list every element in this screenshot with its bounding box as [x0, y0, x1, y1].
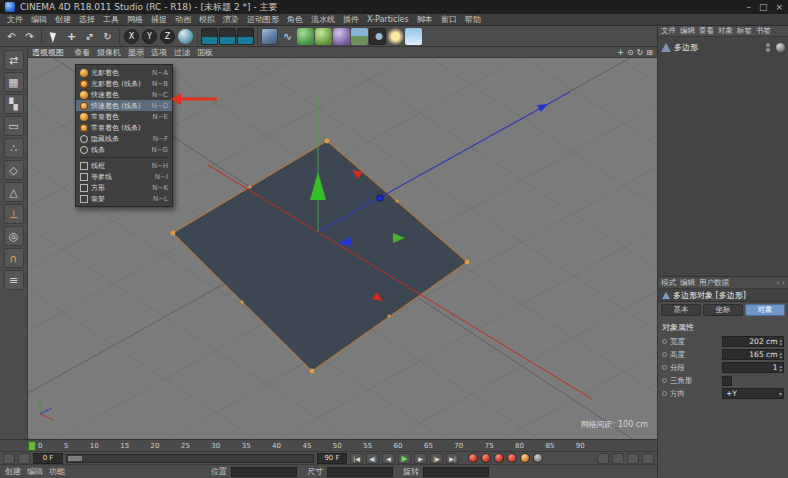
vp-menu-display[interactable]: 显示	[128, 47, 144, 58]
zoom-view-icon[interactable]: ⊙	[627, 48, 634, 57]
toggle-views-icon[interactable]: ⊞	[646, 48, 653, 57]
keyframe-selection-icon[interactable]	[597, 453, 609, 464]
points-mode-icon[interactable]: ∴	[4, 138, 24, 158]
current-frame-field[interactable]: 0 F	[33, 453, 63, 464]
material-menu-create[interactable]: 创建	[5, 466, 21, 477]
object-tree[interactable]: 多边形	[658, 37, 788, 277]
add-cube-icon[interactable]	[261, 28, 278, 45]
render-view-icon[interactable]	[201, 28, 218, 45]
vp-menu-filter[interactable]: 过滤	[174, 47, 190, 58]
play-button[interactable]: ▶	[398, 453, 411, 464]
width-field[interactable]: 202 cm ▴▾	[722, 336, 784, 347]
menu-pipeline[interactable]: 流水线	[308, 14, 338, 25]
enable-axis-icon[interactable]: ⊥	[4, 204, 24, 224]
om-menu-edit[interactable]: 编辑	[680, 26, 695, 36]
menu-script[interactable]: 脚本	[414, 14, 436, 25]
menu-item-box[interactable]: 方形 N~K	[76, 182, 172, 193]
menu-item-constant-shading-lines[interactable]: 常量着色 (线条)	[76, 122, 172, 133]
add-subdivision-surface-icon[interactable]	[297, 28, 314, 45]
redo-icon[interactable]: ↷	[21, 28, 38, 45]
render-settings-icon[interactable]	[237, 28, 254, 45]
spinner-icon[interactable]: ▴▾	[779, 364, 782, 372]
keyframe-dot-icon[interactable]	[662, 365, 667, 370]
rotate-view-icon[interactable]: ↻	[637, 48, 644, 57]
autokey-icon[interactable]	[481, 453, 491, 463]
add-generator-icon[interactable]	[315, 28, 332, 45]
workplane-lock-icon[interactable]: ≡	[4, 270, 24, 290]
maximize-button[interactable]: □	[759, 2, 768, 12]
record-rotation-icon[interactable]	[520, 453, 530, 463]
menu-character[interactable]: 角色	[284, 14, 306, 25]
om-menu-file[interactable]: 文件	[661, 26, 676, 36]
tab-basic[interactable]: 基本	[661, 304, 701, 316]
menu-help[interactable]: 帮助	[462, 14, 484, 25]
menu-item-lines[interactable]: 线条 N~G	[76, 144, 172, 155]
menu-item-quick-shading[interactable]: 快速着色 N~C	[76, 89, 172, 100]
minimize-button[interactable]: –	[746, 2, 751, 12]
position-field[interactable]	[231, 467, 297, 477]
record-position-icon[interactable]	[494, 453, 504, 463]
om-menu-view[interactable]: 查看	[699, 26, 714, 36]
playhead[interactable]	[28, 441, 36, 451]
enable-snap-icon[interactable]: ∩	[4, 248, 24, 268]
menu-file[interactable]: 文件	[4, 14, 26, 25]
menu-render[interactable]: 渲染	[220, 14, 242, 25]
pan-view-icon[interactable]: +	[617, 48, 624, 57]
polygons-mode-icon[interactable]: △	[4, 182, 24, 202]
solo-mode-icon[interactable]	[612, 453, 624, 464]
timeline-mode-icon[interactable]	[3, 453, 15, 464]
texture-mode-icon[interactable]: ▚	[4, 94, 24, 114]
timeline-ruler[interactable]: 05 1015 2025 3035 4045 5055 6065 7075 80…	[0, 439, 657, 451]
am-menu-userdata[interactable]: 用户数据	[699, 278, 729, 288]
triangles-checkbox[interactable]	[722, 376, 732, 386]
vp-menu-view[interactable]: 查看	[74, 47, 90, 58]
vp-menu-options[interactable]: 选项	[151, 47, 167, 58]
am-menu-edit[interactable]: 编辑	[680, 278, 695, 288]
record-scale-icon[interactable]	[507, 453, 517, 463]
move-icon[interactable]: +	[63, 28, 80, 45]
spinner-icon[interactable]: ▴▾	[779, 351, 782, 359]
keyframe-palette-icon[interactable]	[18, 453, 30, 464]
am-menu-mode[interactable]: 模式	[661, 278, 676, 288]
model-mode-icon[interactable]: ▦	[4, 72, 24, 92]
timeline-slider[interactable]	[66, 454, 314, 463]
menu-item-gouraud-shading[interactable]: 光影着色 N~A	[76, 67, 172, 78]
history-nav-icons[interactable]: ‹ ›	[777, 278, 785, 287]
menu-mograph[interactable]: 运动图形	[244, 14, 282, 25]
menu-item-hidden-line[interactable]: 隐藏线条 N~F	[76, 133, 172, 144]
om-menu-bookmarks[interactable]: 书签	[756, 26, 771, 36]
keyframe-dot-icon[interactable]	[662, 339, 667, 344]
add-deformer-icon[interactable]	[333, 28, 350, 45]
menu-simulate[interactable]: 模拟	[196, 14, 218, 25]
next-key-button[interactable]: |▶	[430, 453, 443, 464]
close-button[interactable]: ×	[775, 2, 783, 12]
menu-item-isoparms[interactable]: 等参线 N~I	[76, 171, 172, 182]
menu-snap[interactable]: 捕捉	[148, 14, 170, 25]
menu-edit[interactable]: 编辑	[28, 14, 50, 25]
spinner-icon[interactable]: ▴▾	[779, 338, 782, 346]
prev-frame-button[interactable]: ◀	[382, 453, 395, 464]
menu-item-gouraud-shading-lines[interactable]: 光影着色 (线条) N~B	[76, 78, 172, 89]
menu-tools[interactable]: 工具	[100, 14, 122, 25]
lock-y-icon[interactable]: Y	[142, 29, 157, 44]
orientation-dropdown[interactable]: +Y ▾	[722, 388, 784, 399]
scale-icon[interactable]: ↔	[81, 28, 98, 45]
menu-mesh[interactable]: 网格	[124, 14, 146, 25]
size-field[interactable]	[327, 467, 393, 477]
undo-icon[interactable]: ↶	[3, 28, 20, 45]
goto-end-button[interactable]: ▶|	[446, 453, 459, 464]
menu-item-quick-shading-lines[interactable]: 快速着色 (线条) N~D	[76, 100, 172, 111]
end-frame-field[interactable]: 90 F	[317, 453, 347, 464]
menu-plugins[interactable]: 插件	[340, 14, 362, 25]
vp-menu-panel[interactable]: 面板	[197, 47, 213, 58]
tab-coordinates[interactable]: 坐标	[703, 304, 743, 316]
add-floor-icon[interactable]	[351, 28, 368, 45]
viewport[interactable]: 透视视图 查看 摄像机 显示 选项 过滤 面板 + ⊙ ↻ ⊞	[28, 47, 657, 439]
material-menu-edit[interactable]: 编辑	[27, 466, 43, 477]
menu-window[interactable]: 窗口	[438, 14, 460, 25]
menu-item-constant-shading[interactable]: 常量着色 N~E	[76, 111, 172, 122]
rotate-icon[interactable]: ↻	[99, 28, 116, 45]
workplane-mode-icon[interactable]: ▭	[4, 116, 24, 136]
menu-item-wireframe[interactable]: 线框 N~H	[76, 160, 172, 171]
lock-x-icon[interactable]: X	[124, 29, 139, 44]
